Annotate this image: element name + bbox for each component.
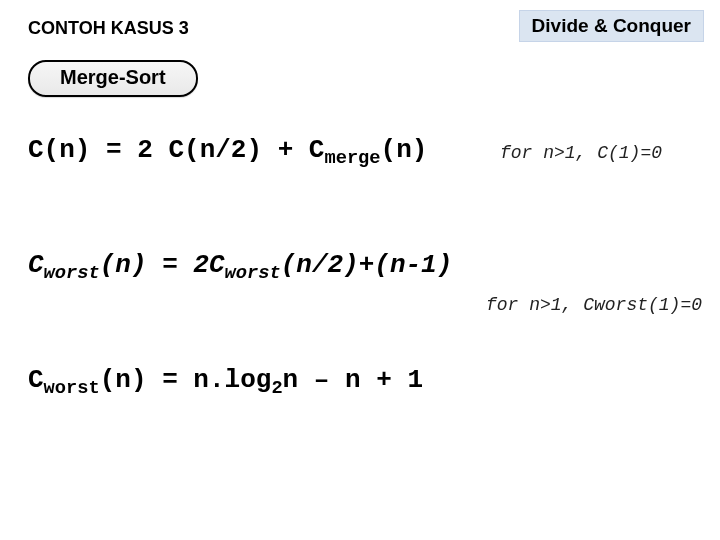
eq-sub: worst <box>225 262 281 284</box>
eq-text: C(n) = 2 C(n/2) + C <box>28 135 324 165</box>
equation-worst-recurrence: Cworst(n) = 2Cworst(n/2)+(n-1) <box>28 250 452 280</box>
eq-sub: 2 <box>271 377 282 399</box>
eq-text: (n) = 2C <box>100 250 225 280</box>
eq-text: n – n + 1 <box>283 365 423 395</box>
slide: CONTOH KASUS 3 Divide & Conquer Merge-So… <box>0 0 720 540</box>
page-title: CONTOH KASUS 3 <box>28 18 189 39</box>
equation-worst-closed: Cworst(n) = n.log2n – n + 1 <box>28 365 423 395</box>
equation-condition: for n>1, Cworst(1)=0 <box>486 295 702 315</box>
equation-recurrence: C(n) = 2 C(n/2) + Cmerge(n) <box>28 135 427 165</box>
eq-sub: merge <box>324 147 380 169</box>
eq-text: C <box>28 250 44 280</box>
equation-condition: for n>1, C(1)=0 <box>500 143 662 163</box>
eq-text: (n) <box>381 135 428 165</box>
topic-pill: Merge-Sort <box>28 60 198 97</box>
eq-sub: worst <box>44 377 100 399</box>
eq-text: (n) = n.log <box>100 365 272 395</box>
category-badge: Divide & Conquer <box>519 10 704 42</box>
eq-sub: worst <box>44 262 100 284</box>
eq-text: (n/2)+(n-1) <box>281 250 453 280</box>
eq-text: C <box>28 365 44 395</box>
